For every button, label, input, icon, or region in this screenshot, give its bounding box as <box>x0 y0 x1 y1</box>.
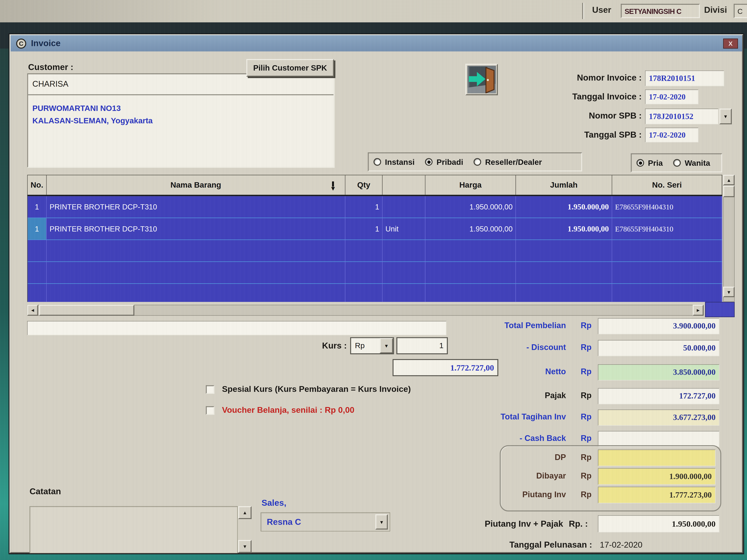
customer-address[interactable]: PURWOMARTANI NO13 KALASAN-SLEMAN, Yogyak… <box>28 95 334 127</box>
col-header-no[interactable]: No. <box>28 175 47 195</box>
tanggal-spb-field[interactable]: 17-02-2020 <box>645 128 698 142</box>
kurs-currency-select[interactable]: Rp ▼ <box>350 337 394 354</box>
total-tagihan-field[interactable]: 3.677.273,00 <box>598 409 719 426</box>
spesial-kurs-checkbox[interactable] <box>206 385 214 394</box>
total-pembelian-field[interactable]: 3.900.000,00 <box>598 318 719 334</box>
catatan-scroll-down-button[interactable]: ▼ <box>238 540 252 553</box>
pajak-value: 172.727,00 <box>679 392 716 401</box>
tanggal-invoice-label: Tanggal Invoice : <box>487 92 642 102</box>
cash-back-label: - Cash Back <box>439 434 566 443</box>
radio-pria[interactable] <box>636 159 644 167</box>
tanggal-pelunasan-label: Tanggal Pelunasan : <box>439 540 592 550</box>
cell-satuan[interactable]: Unit <box>383 218 426 240</box>
customer-name-row[interactable]: CHARISA <box>28 74 334 95</box>
cash-back-field[interactable] <box>598 431 719 447</box>
netto-value: 3.850.000,00 <box>673 368 716 377</box>
cell-no-seri[interactable]: E78655F9H404310 <box>612 218 722 240</box>
piutang-pajak-field[interactable]: 1.950.000,00 <box>598 515 719 532</box>
divisi-field[interactable]: C <box>733 4 747 18</box>
col-header-satuan[interactable] <box>383 175 426 195</box>
discount-value: 50.000,00 <box>683 343 716 353</box>
kurs-currency-value: Rp <box>355 342 365 350</box>
voucher-label[interactable]: Voucher Belanja, senilai : Rp 0,00 <box>222 405 354 415</box>
tanggal-invoice-field[interactable]: 17-02-2020 <box>645 89 698 104</box>
cell-no[interactable]: 1 <box>28 196 47 218</box>
catatan-textarea[interactable] <box>29 506 238 553</box>
scroll-up-icon: ▲ <box>242 510 247 515</box>
kurs-label: Kurs : <box>299 341 347 351</box>
catatan-scroll-up-button[interactable]: ▲ <box>238 506 252 519</box>
radio-reseller[interactable] <box>474 158 481 166</box>
sales-select[interactable]: Resna C ▼ <box>261 512 390 532</box>
voucher-checkbox[interactable] <box>206 406 214 415</box>
discount-label: - Discount <box>439 343 566 352</box>
cell-jumlah[interactable]: 1.950.000,00 <box>516 218 612 240</box>
cell-jumlah[interactable]: 1.950.000,00 <box>516 196 612 218</box>
radio-wanita-label[interactable]: Wanita <box>685 158 710 167</box>
table-row-empty[interactable] <box>28 284 722 302</box>
column-position-marker-icon: ▼ <box>329 182 337 191</box>
scroll-left-button[interactable]: ◄ <box>27 305 38 316</box>
kurs-dropdown-icon[interactable]: ▼ <box>380 338 393 353</box>
radio-instansi-label[interactable]: Instansi <box>385 157 415 166</box>
cell-harga[interactable]: 1.950.000,00 <box>426 218 516 240</box>
cell-satuan[interactable] <box>383 196 426 218</box>
radio-pribadi[interactable] <box>425 158 433 166</box>
radio-pribadi-label[interactable]: Pribadi <box>437 157 463 166</box>
vscroll-thumb[interactable] <box>723 186 735 197</box>
table-row-empty[interactable] <box>28 262 722 284</box>
scroll-down-button[interactable]: ▼ <box>723 287 735 297</box>
window-icon: C <box>16 38 26 48</box>
sales-label: Sales, <box>262 498 286 508</box>
nomor-invoice-field[interactable]: 178R2010151 <box>645 71 724 86</box>
discount-field[interactable]: 50.000,00 <box>598 340 719 356</box>
cell-harga[interactable]: 1.950.000,00 <box>426 196 516 218</box>
grid-footer-field[interactable] <box>27 321 446 335</box>
table-row-empty[interactable] <box>28 240 722 262</box>
scroll-up-button[interactable]: ▲ <box>723 175 735 185</box>
piutang-field[interactable]: 1.777.273,00 <box>598 487 716 503</box>
nomor-spb-dropdown-icon[interactable]: ▼ <box>719 108 732 124</box>
radio-wanita[interactable] <box>673 159 681 167</box>
cell-qty[interactable]: 1 <box>345 218 383 240</box>
radio-pria-label[interactable]: Pria <box>648 158 663 167</box>
user-field[interactable]: SETYANINGSIH C <box>621 4 700 18</box>
close-icon[interactable]: X <box>723 38 738 49</box>
sales-dropdown-icon[interactable]: ▼ <box>375 514 388 529</box>
col-header-qty[interactable]: Qty <box>345 175 383 195</box>
col-header-jumlah[interactable]: Jumlah <box>516 175 612 195</box>
divisi-label: Divisi <box>704 5 727 15</box>
pajak-field[interactable]: 172.727,00 <box>598 388 719 404</box>
radio-instansi[interactable] <box>374 158 381 166</box>
window-titlebar[interactable]: C Invoice X <box>10 35 742 51</box>
radio-reseller-label[interactable]: Reseller/Dealer <box>485 157 542 166</box>
user-label: User <box>592 5 611 15</box>
spesial-kurs-label[interactable]: Spesial Kurs (Kurs Pembayaran = Kurs Inv… <box>222 384 411 394</box>
col-header-no-seri[interactable]: No. Seri <box>612 175 722 195</box>
cell-qty[interactable]: 1 <box>345 196 383 218</box>
pilih-customer-spk-button[interactable]: Pilih Customer SPK <box>246 59 334 77</box>
netto-label: Netto <box>439 367 566 377</box>
piutang-pajak-value: 1.950.000,00 <box>672 519 716 529</box>
tanggal-invoice-value: 17-02-2020 <box>649 92 686 102</box>
total-pembelian-value: 3.900.000,00 <box>673 321 716 331</box>
col-header-harga[interactable]: Harga <box>426 175 516 195</box>
cell-nama[interactable]: PRINTER BROTHER DCP-T310 <box>47 196 345 218</box>
piutang-value: 1.777.273,00 <box>669 490 712 500</box>
cell-no-selected[interactable]: 1 <box>28 218 47 240</box>
rp-label: Rp <box>581 453 592 462</box>
cell-no-seri[interactable]: E78655F9H404310 <box>612 196 722 218</box>
nomor-spb-field[interactable]: 178J2010152 <box>645 108 719 124</box>
table-row[interactable]: 1 PRINTER BROTHER DCP-T310 1 Unit 1.950.… <box>28 218 722 240</box>
customer-address-line2: KALASAN-SLEMAN, Yogyakarta <box>32 114 329 127</box>
cell-nama[interactable]: PRINTER BROTHER DCP-T310 <box>47 218 345 240</box>
rp-label: Rp <box>581 343 592 352</box>
table-row[interactable]: 1 PRINTER BROTHER DCP-T310 1 1.950.000,0… <box>28 196 722 218</box>
col-header-nama-barang[interactable]: Nama Barang <box>47 175 345 195</box>
hscroll-thumb[interactable] <box>39 305 134 316</box>
dibayar-field[interactable]: 1.900.000,00 <box>598 468 716 485</box>
dropdown-glyph: ▼ <box>379 519 384 525</box>
dp-field[interactable] <box>598 449 716 466</box>
netto-field[interactable]: 3.850.000,00 <box>598 364 719 380</box>
scroll-right-button[interactable]: ► <box>693 305 704 316</box>
